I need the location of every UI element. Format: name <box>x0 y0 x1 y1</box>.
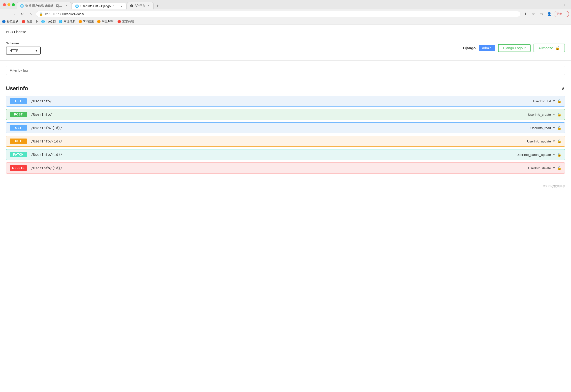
chevron-down-icon: ∨ <box>553 126 555 130</box>
tab2-label: User Info List – Django REST fr... <box>80 4 118 8</box>
sidebar-button[interactable]: ▭ <box>538 10 545 17</box>
bookmark-360-icon: 🟠 <box>78 20 82 23</box>
endpoint-path-userinfo-update: /UserInfo/{id}/ <box>27 139 527 143</box>
lock-icon: 🔒 <box>557 153 561 157</box>
bookmark-360-label: 360搜索 <box>83 19 94 24</box>
endpoint-path-userinfo-read: /UserInfo/{id}/ <box>27 126 531 130</box>
home-button[interactable]: ⌂ <box>27 10 34 17</box>
bookmark-nav[interactable]: 🌐 网址导航 <box>59 19 75 24</box>
admin-badge[interactable]: admin <box>479 45 495 51</box>
filter-input[interactable] <box>6 66 565 75</box>
lock-icon: 🔒 <box>557 99 561 103</box>
tab1-close[interactable]: × <box>65 4 68 8</box>
window-controls <box>2 3 17 8</box>
nav-right-icons: ⬆ ☆ ▭ 👤 更新 ⋮ <box>522 10 569 17</box>
endpoint-delete-userinfo-delete[interactable]: DELETE /UserInfo/{id}/ UserInfo_delete ∨… <box>6 163 565 173</box>
method-badge-patch: PATCH <box>10 152 27 157</box>
tab-bar-menu[interactable]: ⋮ <box>563 4 569 8</box>
chevron-down-icon: ∨ <box>553 113 555 116</box>
endpoint-name-userinfo-partial-update: UserInfo_partial_update ∨ 🔒 <box>516 153 561 157</box>
endpoint-name-userinfo-create: UserInfo_create ∨ 🔒 <box>528 112 562 116</box>
forward-button[interactable]: → <box>10 10 17 17</box>
bookmark-nav-label: 网址导航 <box>63 19 75 24</box>
star-button[interactable]: ☆ <box>530 10 537 17</box>
address-text: 127.0.0.1:8000/api/v1/docs/ <box>44 12 517 16</box>
endpoint-name-userinfo-delete: UserInfo_delete ∨ 🔒 <box>528 166 561 170</box>
method-badge-get: GET <box>10 98 27 104</box>
tab3-favicon: 🅐 <box>130 4 133 8</box>
django-logout-button[interactable]: Django Logout <box>498 44 531 52</box>
bookmark-alibaba-label: 阿里1688 <box>102 19 114 24</box>
chevron-down-icon: ∨ <box>553 166 555 170</box>
profile-button[interactable]: 👤 <box>546 10 553 17</box>
schemes-selected-value: HTTP <box>9 49 19 53</box>
schemes-dropdown[interactable]: HTTP ▾ <box>6 47 41 55</box>
api-group-title: UserInfo <box>6 85 28 92</box>
endpoint-name-userinfo-update: UserInfo_update ∨ 🔒 <box>527 139 561 143</box>
schemes-label: Schemes <box>6 41 41 45</box>
bsd-license-text: BSD License <box>6 30 565 34</box>
bookmark-baidu-icon: 🔴 <box>22 20 25 23</box>
tab-api-platform[interactable]: 🅐 API平台 × <box>127 2 154 9</box>
back-button[interactable]: ← <box>2 10 9 17</box>
endpoint-post-userinfo-create[interactable]: POST /UserInfo/ UserInfo_create ∨ 🔒 <box>6 109 565 120</box>
endpoint-name-userinfo-list: UserInfo_list ∨ 🔒 <box>533 99 561 103</box>
tab-bar: 🌐 选择 用户信息 来修改 | Django S... × 🌐 User Inf… <box>17 2 563 9</box>
bookmark-hao123-label: hao123 <box>46 20 56 23</box>
endpoint-put-userinfo-update[interactable]: PUT /UserInfo/{id}/ UserInfo_update ∨ 🔒 <box>6 136 565 147</box>
new-tab-button[interactable]: + <box>154 2 161 9</box>
bookmark-hao123[interactable]: 🌐 hao123 <box>41 20 56 23</box>
auth-area: Django admin Django Logout Authorize 🔓 <box>463 44 565 52</box>
close-window-btn[interactable] <box>3 3 6 6</box>
share-button[interactable]: ⬆ <box>522 10 529 17</box>
bookmark-baidu[interactable]: 🔴 百度一下 <box>22 19 38 24</box>
bookmark-jd-label: 京东商城 <box>122 19 134 24</box>
lock-icon: 🔒 <box>557 126 561 130</box>
lock-icon: 🔒 <box>557 112 561 116</box>
update-button[interactable]: 更新 ⋮ <box>554 11 569 17</box>
tab1-label: 选择 用户信息 来修改 | Django S... <box>25 4 63 8</box>
bookmark-alibaba[interactable]: 🟠 阿里1688 <box>97 19 114 24</box>
endpoint-get-userinfo-list[interactable]: GET /UserInfo/ UserInfo_list ∨ 🔒 <box>6 96 565 107</box>
minimize-window-btn[interactable] <box>7 3 10 6</box>
schemes-container: Schemes HTTP ▾ <box>6 41 41 55</box>
filter-section <box>0 61 571 80</box>
maximize-window-btn[interactable] <box>12 3 15 6</box>
bookmark-alibaba-icon: 🟠 <box>97 20 101 23</box>
page-content: BSD License Schemes HTTP ▾ Django admin … <box>0 25 571 382</box>
bookmark-nav-icon: 🌐 <box>59 20 63 23</box>
authorize-button[interactable]: Authorize 🔓 <box>534 44 565 52</box>
bookmark-google-label: 谷歌更新 <box>7 19 19 24</box>
bookmark-360[interactable]: 🟠 360搜索 <box>78 19 94 24</box>
address-bar[interactable]: 🔒 127.0.0.1:8000/api/v1/docs/ <box>36 11 520 17</box>
chevron-down-icon: ∨ <box>553 153 555 156</box>
collapse-button[interactable]: ∧ <box>561 85 565 91</box>
endpoint-name-userinfo-read: UserInfo_read ∨ 🔒 <box>531 126 561 130</box>
tab-django-admin[interactable]: 🌐 选择 用户信息 来修改 | Django S... × <box>17 2 71 9</box>
update-chevron: ⋮ <box>563 12 566 16</box>
endpoint-get-userinfo-read[interactable]: GET /UserInfo/{id}/ UserInfo_read ∨ 🔒 <box>6 122 565 133</box>
update-label: 更新 <box>556 12 562 16</box>
lock-icon: 🔒 <box>557 139 561 143</box>
django-label: Django <box>463 46 476 50</box>
bookmark-hao123-icon: 🌐 <box>41 20 45 23</box>
reload-button[interactable]: ↻ <box>19 10 26 17</box>
bookmark-google-icon: 🔵 <box>2 20 6 23</box>
bookmark-google[interactable]: 🔵 谷歌更新 <box>2 19 19 24</box>
tab2-favicon: 🌐 <box>75 4 79 8</box>
tab3-close[interactable]: × <box>147 4 150 8</box>
method-badge-put: PUT <box>10 139 27 144</box>
api-group-header: UserInfo ∧ <box>6 80 565 96</box>
method-badge-get: GET <box>10 125 27 131</box>
chevron-down-icon: ▾ <box>35 49 37 53</box>
bookmark-baidu-label: 百度一下 <box>26 19 38 24</box>
endpoint-path-userinfo-partial-update: /UserInfo/{id}/ <box>27 153 516 157</box>
browser-chrome: 🌐 选择 用户信息 来修改 | Django S... × 🌐 User Inf… <box>0 0 571 25</box>
endpoint-patch-userinfo-partial-update[interactable]: PATCH /UserInfo/{id}/ UserInfo_partial_u… <box>6 149 565 160</box>
bookmark-bar: 🔵 谷歌更新 🔴 百度一下 🌐 hao123 🌐 网址导航 🟠 360搜索 🟠 … <box>0 18 571 25</box>
tab2-close[interactable]: × <box>120 4 123 8</box>
watermark-text: CSDN @蟹族风暴 <box>0 182 571 191</box>
bookmark-jd[interactable]: 🔴 京东商城 <box>117 19 134 24</box>
tab-user-info-list[interactable]: 🌐 User Info List – Django REST fr... × <box>72 3 127 9</box>
bookmark-jd-icon: 🔴 <box>117 20 121 23</box>
